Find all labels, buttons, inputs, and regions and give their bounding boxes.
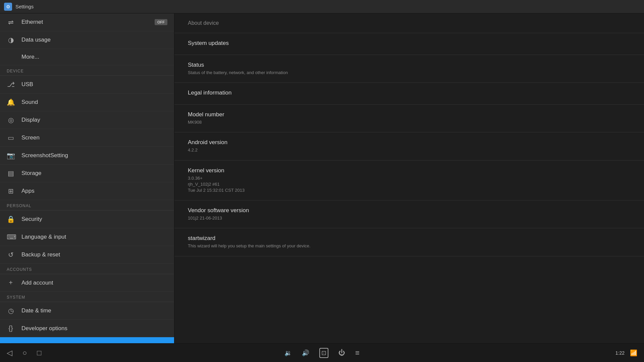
- content-item-model-number[interactable]: Model numberMK908: [174, 105, 644, 132]
- content-title-vendor-software-version: Vendor software version: [188, 207, 631, 214]
- developer-options-icon: {}: [7, 324, 15, 332]
- sidebar-section-accounts: ACCOUNTS: [0, 264, 174, 274]
- sidebar-item-date-time[interactable]: ◷Date & time: [0, 302, 174, 320]
- add-account-icon: +: [7, 279, 15, 287]
- sidebar-item-screenshot-setting[interactable]: 📷ScreenshotSetting: [0, 147, 174, 165]
- content-title-legal-information: Legal information: [188, 89, 631, 96]
- backup-reset-icon: ↺: [7, 251, 15, 259]
- security-icon: 🔒: [7, 215, 15, 223]
- apps-icon: ⊞: [7, 187, 15, 195]
- back-button[interactable]: ◁: [7, 349, 12, 357]
- language-input-icon: ⌨: [7, 233, 15, 241]
- sidebar-section-personal: PERSONAL: [0, 200, 174, 210]
- sidebar-label-add-account: Add account: [21, 280, 53, 286]
- content-item-vendor-software-version[interactable]: Vendor software version101j2 21-06-2013: [174, 200, 644, 228]
- wifi-icon: 📶: [630, 349, 637, 357]
- sidebar-item-backup-reset[interactable]: ↺Backup & reset: [0, 246, 174, 264]
- sidebar-item-apps[interactable]: ⊞Apps: [0, 182, 174, 200]
- content-item-legal-information[interactable]: Legal information: [174, 83, 644, 105]
- menu-button[interactable]: ≡: [355, 349, 360, 357]
- content-item-kernel-version[interactable]: Kernel version3.0.36+ rjh_V_102j2 #61 Tu…: [174, 161, 644, 201]
- sidebar-label-language-input: Language & input: [21, 234, 66, 240]
- content-title-system-updates: System updates: [188, 40, 631, 47]
- sidebar-item-ethernet[interactable]: ⇌EthernetOFF: [0, 13, 174, 31]
- sidebar-label-usb: USB: [21, 81, 33, 88]
- content-item-system-updates[interactable]: System updates: [174, 33, 644, 55]
- ethernet-toggle[interactable]: OFF: [155, 19, 167, 25]
- display-icon: ◎: [7, 116, 15, 124]
- content-subtitle-startwizard: This wizard will help you setup the main…: [188, 243, 631, 249]
- ethernet-icon: ⇌: [7, 18, 15, 26]
- recents-button[interactable]: □: [37, 349, 41, 357]
- sidebar-label-apps: Apps: [21, 188, 35, 194]
- content-subtitle-android-version: 4.2.2: [188, 147, 631, 153]
- sidebar-item-add-account[interactable]: +Add account: [0, 274, 174, 292]
- app-title: Settings: [15, 4, 34, 9]
- sidebar-item-language-input[interactable]: ⌨Language & input: [0, 228, 174, 246]
- sidebar-label-backup-reset: Backup & reset: [21, 251, 60, 258]
- taskbar: ◁ ○ □ 🔉 🔊 ⊡ ⏻ ≡ 1:22 📶: [0, 343, 644, 362]
- sidebar-item-storage[interactable]: ▤Storage: [0, 165, 174, 182]
- app-icon: ⚙: [4, 3, 12, 11]
- power-button[interactable]: ⏻: [338, 349, 345, 357]
- sidebar-section-system: SYSTEM: [0, 292, 174, 302]
- sidebar-label-security: Security: [21, 216, 42, 223]
- clock: 1:22: [615, 350, 625, 356]
- sidebar-item-developer-options[interactable]: {}Developer options: [0, 320, 174, 337]
- sidebar-section-device: DEVICE: [0, 65, 174, 76]
- content-header: About device: [174, 13, 644, 33]
- screen-icon: ▭: [7, 134, 15, 142]
- content-subtitle-status: Status of the battery, network, and othe…: [188, 70, 631, 76]
- content-subtitle-vendor-software-version: 101j2 21-06-2013: [188, 215, 631, 221]
- content-title-android-version: Android version: [188, 139, 631, 146]
- sidebar-label-data-usage: Data usage: [21, 37, 51, 43]
- sidebar-label-more: More...: [21, 54, 39, 60]
- vol-down-button[interactable]: 🔉: [284, 349, 292, 357]
- content-title-kernel-version: Kernel version: [188, 167, 631, 174]
- sidebar: ⇌EthernetOFF◑Data usageMore...DEVICE⎇USB…: [0, 13, 174, 343]
- taskbar-right: 1:22 📶: [615, 349, 637, 357]
- sidebar-label-ethernet: Ethernet: [21, 19, 43, 25]
- sidebar-label-date-time: Date & time: [21, 307, 51, 314]
- content-title-startwizard: startwizard: [188, 235, 631, 242]
- usb-icon: ⎇: [7, 80, 15, 88]
- content-panel: About device System updatesStatusStatus …: [174, 13, 644, 343]
- content-item-startwizard[interactable]: startwizardThis wizard will help you set…: [174, 228, 644, 256]
- sidebar-item-screen[interactable]: ▭Screen: [0, 129, 174, 147]
- content-title-model-number: Model number: [188, 111, 631, 118]
- storage-icon: ▤: [7, 169, 15, 177]
- main-container: ⇌EthernetOFF◑Data usageMore...DEVICE⎇USB…: [0, 13, 644, 343]
- content-subtitle-model-number: MK908: [188, 119, 631, 125]
- content-item-status[interactable]: StatusStatus of the battery, network, an…: [174, 55, 644, 83]
- vol-up-button[interactable]: 🔊: [302, 349, 309, 357]
- sidebar-item-more[interactable]: More...: [0, 49, 174, 65]
- screenshot-setting-icon: 📷: [7, 152, 15, 160]
- sidebar-item-data-usage[interactable]: ◑Data usage: [0, 31, 174, 49]
- sidebar-label-screen: Screen: [21, 134, 40, 141]
- sidebar-item-sound[interactable]: 🔔Sound: [0, 94, 174, 111]
- taskbar-left: ◁ ○ □: [7, 349, 42, 357]
- sidebar-item-about-device[interactable]: ℹAbout device: [0, 337, 174, 343]
- date-time-icon: ◷: [7, 307, 15, 315]
- sidebar-item-usb[interactable]: ⎇USB: [0, 76, 174, 94]
- home-button[interactable]: ○: [22, 349, 27, 357]
- sound-icon: 🔔: [7, 98, 15, 106]
- sidebar-item-security[interactable]: 🔒Security: [0, 210, 174, 228]
- sidebar-item-display[interactable]: ◎Display: [0, 111, 174, 129]
- content-title-status: Status: [188, 62, 631, 68]
- data-usage-icon: ◑: [7, 36, 15, 44]
- sidebar-label-screenshot-setting: ScreenshotSetting: [21, 152, 68, 159]
- sidebar-label-sound: Sound: [21, 99, 38, 106]
- sidebar-label-storage: Storage: [21, 170, 42, 177]
- titlebar: ⚙ Settings: [0, 0, 644, 13]
- taskbar-center: 🔉 🔊 ⊡ ⏻ ≡: [284, 348, 360, 358]
- content-subtitle-kernel-version: 3.0.36+ rjh_V_102j2 #61 Tue Jul 2 15:32:…: [188, 175, 631, 194]
- content-item-android-version[interactable]: Android version4.2.2: [174, 132, 644, 160]
- sidebar-label-display: Display: [21, 117, 40, 123]
- screenshot-button[interactable]: ⊡: [319, 348, 328, 358]
- sidebar-label-developer-options: Developer options: [21, 325, 67, 332]
